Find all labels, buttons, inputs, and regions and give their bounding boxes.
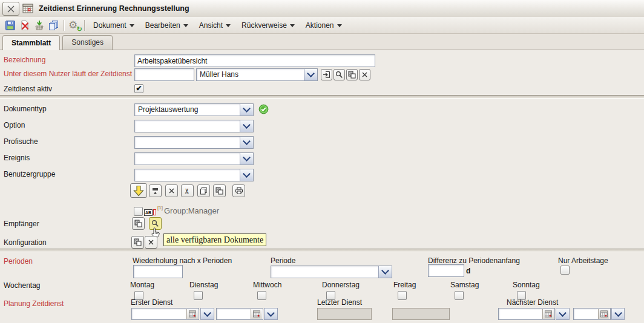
- mittwoch-checkbox[interactable]: [257, 291, 266, 300]
- periode-select[interactable]: [271, 266, 392, 278]
- checkin-button[interactable]: [32, 18, 47, 33]
- naechster-dienst-time-input[interactable]: [573, 308, 611, 320]
- periode-label: Periode: [271, 256, 295, 265]
- window-title: Zeitdienst Erinnerung Rechnungsstellung: [39, 0, 189, 17]
- menu-ansicht[interactable]: Ansicht: [194, 18, 236, 33]
- group-entry-text: Group:Manager: [164, 206, 219, 215]
- calendar-icon: [189, 310, 196, 318]
- empfaenger-paste-button[interactable]: [132, 217, 145, 230]
- nutzer-search-button[interactable]: [334, 69, 345, 80]
- tab-stammblatt[interactable]: Stammblatt: [2, 35, 60, 50]
- erster-dienst-dropdown-button[interactable]: [200, 308, 214, 320]
- chevron-down-icon: [378, 266, 392, 278]
- freitag-checkbox[interactable]: [398, 291, 407, 300]
- open-icon: [323, 71, 330, 79]
- konfiguration-clear-button[interactable]: [145, 236, 157, 249]
- print-button[interactable]: [232, 184, 245, 197]
- differenz-input[interactable]: [428, 264, 464, 277]
- day-sonntag: Sonntag: [513, 281, 540, 300]
- naechster-dienst-time-dropdown-button[interactable]: [611, 308, 625, 320]
- wiederholung-input[interactable]: [133, 265, 183, 278]
- group-entry-checkbox[interactable]: [134, 207, 143, 216]
- bezeichnung-input[interactable]: [134, 54, 375, 67]
- copy-documents-button[interactable]: [47, 18, 61, 33]
- perioden-label: Perioden: [4, 257, 33, 266]
- erster-dienst-time-dropdown-button[interactable]: [264, 308, 278, 320]
- chevron-down-icon: [240, 120, 253, 132]
- dienstag-checkbox[interactable]: [194, 291, 203, 300]
- date-picker-button[interactable]: [186, 309, 198, 319]
- clear-icon: [148, 239, 154, 246]
- checkin-basket-icon: [34, 20, 45, 31]
- samstag-checkbox[interactable]: [455, 291, 464, 300]
- tooltip: alle verfügbaren Dokumente: [163, 233, 266, 246]
- profisuche-label: Profisuche: [4, 137, 38, 146]
- naechster-dienst-date-input[interactable]: [498, 308, 555, 320]
- cut-icon: ✂: [183, 188, 192, 194]
- dokumenttyp-select[interactable]: Projektauswertung: [134, 103, 254, 116]
- print-icon: [235, 187, 243, 195]
- nutzer-label: Unter diesem Nutzer läuft der Zeitdienst: [4, 70, 132, 78]
- date-picker-button[interactable]: [251, 309, 262, 319]
- bezeichnung-label: Bezeichnung: [4, 56, 45, 64]
- day-mittwoch: Mittwoch: [253, 281, 281, 300]
- copy-button[interactable]: [197, 184, 210, 197]
- nur-arbeitstage-checkbox[interactable]: [560, 266, 570, 275]
- save-button[interactable]: [3, 18, 18, 33]
- ereignis-select[interactable]: [134, 152, 254, 165]
- naechster-dienst-label: Nächster Dienst: [507, 298, 558, 307]
- select-all-icon: [151, 187, 159, 195]
- naechster-dienst-dropdown-button[interactable]: [556, 308, 570, 320]
- chevron-down-icon: [240, 137, 253, 148]
- nutzer-clear-button[interactable]: [359, 69, 370, 80]
- add-to-list-button[interactable]: [130, 183, 147, 198]
- select-all-button[interactable]: [149, 184, 162, 197]
- tab-sonstiges[interactable]: Sonstiges: [62, 35, 113, 50]
- zeitdienst-aktiv-label: Zeitdienst aktiv: [4, 85, 52, 93]
- paste-icon: [348, 71, 356, 79]
- paste-icon: [215, 187, 223, 195]
- date-picker-button[interactable]: [542, 309, 554, 319]
- caret-down-icon: [130, 24, 134, 27]
- copy-icon: [200, 187, 208, 195]
- nutzer-open-button[interactable]: [321, 69, 332, 80]
- erster-dienst-time-input[interactable]: [216, 308, 263, 320]
- search-icon: [335, 71, 343, 79]
- chevron-down-icon: [304, 69, 317, 80]
- application-window: Zeitdienst Erinnerung Rechnungsstellung: [0, 0, 644, 323]
- profisuche-select[interactable]: [134, 136, 254, 149]
- date-picker-button[interactable]: [598, 309, 610, 319]
- paste-button[interactable]: [213, 184, 226, 197]
- menu-bearbeiten[interactable]: Bearbeiten: [140, 18, 194, 33]
- differenz-label: Differenz zu Periodenanfang: [428, 256, 520, 265]
- close-button[interactable]: [2, 2, 19, 16]
- day-dienstag: Dienstag: [189, 281, 218, 300]
- menu-rueckverweise[interactable]: Rückverweise: [236, 18, 300, 33]
- zeitdienst-aktiv-checkbox[interactable]: ✔: [134, 84, 143, 93]
- caret-down-icon: [337, 24, 342, 27]
- calendar-icon: [600, 310, 608, 318]
- group-entry-index: [1]: [157, 205, 163, 210]
- benutzergruppe-select[interactable]: [134, 169, 254, 181]
- option-select[interactable]: [134, 120, 254, 132]
- option-label: Option: [4, 121, 25, 129]
- erster-dienst-date-input[interactable]: [131, 308, 199, 320]
- dokumenttyp-label: Dokumenttyp: [4, 105, 47, 113]
- process-button[interactable]: ⚙↻: [67, 18, 82, 33]
- chevron-down-icon: [240, 104, 253, 116]
- nutzer-paste-button[interactable]: [346, 69, 358, 80]
- delete-document-button[interactable]: [18, 18, 32, 33]
- cut-button[interactable]: ✂: [181, 184, 194, 197]
- gear-icon: ⚙↻: [68, 19, 80, 31]
- nutzer-select[interactable]: Müller Hans: [196, 68, 318, 81]
- menu-aktionen[interactable]: Aktionen: [300, 18, 347, 33]
- konfiguration-paste-button[interactable]: [131, 236, 144, 249]
- benutzergruppe-label: Benutzergruppe: [4, 170, 55, 178]
- letzter-dienst-label: Letzter Dienst: [317, 298, 362, 307]
- remove-button[interactable]: [165, 184, 178, 197]
- chevron-down-icon: [614, 309, 622, 317]
- nutzer-input[interactable]: [134, 68, 194, 81]
- menu-dokument[interactable]: Dokument: [88, 18, 140, 33]
- form-stammblatt: Bezeichnung Unter diesem Nutzer läuft de…: [0, 50, 644, 323]
- empfaenger-search-button[interactable]: [149, 217, 162, 230]
